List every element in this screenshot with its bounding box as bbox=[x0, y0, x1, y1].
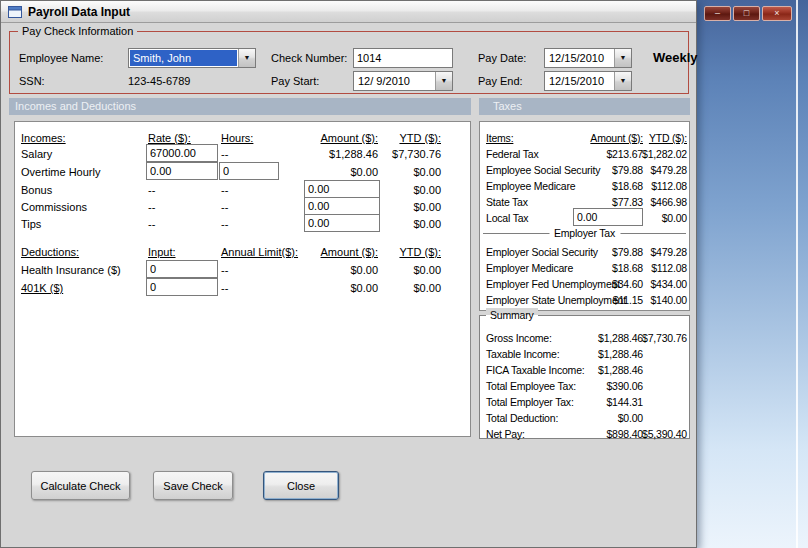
chevron-down-icon[interactable]: ▼ bbox=[614, 72, 631, 90]
overtime-hours-input[interactable] bbox=[219, 162, 279, 180]
check-number-input[interactable] bbox=[353, 48, 453, 68]
total-employee-tax-amount: $390.06 bbox=[606, 378, 643, 394]
row-label: Salary bbox=[21, 146, 52, 162]
pay-frequency-label: Weekly bbox=[653, 50, 698, 65]
local-tax-input[interactable] bbox=[573, 208, 643, 226]
table-row-tips: Tips -- -- $0.00 bbox=[15, 216, 470, 232]
summary-row-net-pay: Net Pay: $898.40 $5,390.40 bbox=[480, 426, 689, 442]
col-incomes: Incomes: bbox=[21, 130, 66, 146]
bonus-hours: -- bbox=[221, 182, 228, 198]
row-label: 401K ($) bbox=[21, 280, 63, 296]
summary-row-total-employee-tax: Total Employee Tax: $390.06 bbox=[480, 378, 689, 394]
local-tax-ytd: $0.00 bbox=[662, 210, 687, 226]
outer-close-button[interactable]: × bbox=[762, 6, 792, 21]
table-row-local-tax: Local Tax $0.00 bbox=[480, 210, 689, 226]
title-bar[interactable]: Payroll Data Input bbox=[1, 1, 696, 23]
table-row-employee-ss: Employee Social Security $79.88 $479.28 bbox=[480, 162, 689, 178]
table-row-employer-ss: Employer Social Security $79.88 $479.28 bbox=[480, 244, 689, 260]
col-input: Input: bbox=[148, 244, 176, 260]
table-row-overtime: Overtime Hourly $0.00 $0.00 bbox=[15, 164, 470, 180]
deductions-header-row: Deductions: Input: Annual Limit($): Amou… bbox=[15, 244, 470, 260]
calculate-check-button[interactable]: Calculate Check bbox=[31, 471, 130, 500]
col-ytd: YTD ($): bbox=[649, 130, 687, 146]
col-items: Items: bbox=[486, 130, 513, 146]
bonus-amount-input[interactable] bbox=[304, 180, 380, 198]
salary-amount: $1,288.46 bbox=[329, 146, 378, 162]
taxes-section-header: Taxes bbox=[479, 98, 690, 115]
row-label: FICA Taxable Income: bbox=[486, 362, 585, 378]
commissions-ytd: $0.00 bbox=[413, 199, 441, 215]
incomes-header-row: Incomes: Rate ($): Hours: Amount ($): YT… bbox=[15, 130, 470, 146]
row-label: Overtime Hourly bbox=[21, 164, 100, 180]
pay-end-label: Pay End: bbox=[478, 75, 523, 87]
row-label: Gross Income: bbox=[486, 330, 552, 346]
total-deduction-amount: $0.00 bbox=[618, 410, 643, 426]
payroll-window: Payroll Data Input Pay Check Information… bbox=[0, 0, 697, 548]
col-hours: Hours: bbox=[221, 130, 253, 146]
employee-medicare-amount: $18.68 bbox=[612, 178, 643, 194]
taxable-income-amount: $1,288.46 bbox=[598, 346, 643, 362]
row-label: Taxable Income: bbox=[486, 346, 559, 362]
pay-start-label: Pay Start: bbox=[271, 75, 319, 87]
summary-group: Summary Gross Income: $1,288.46 $7,730.7… bbox=[479, 315, 690, 439]
tips-amount-input[interactable] bbox=[304, 214, 380, 232]
total-employer-tax-amount: $144.31 bbox=[606, 394, 643, 410]
table-row-bonus: Bonus -- -- $0.00 bbox=[15, 182, 470, 198]
bonus-rate: -- bbox=[148, 182, 155, 198]
employee-name-value: Smith, John bbox=[130, 50, 237, 66]
state-tax-ytd: $466.98 bbox=[650, 194, 687, 210]
row-label: Employee Medicare bbox=[486, 178, 575, 194]
health-insurance-input[interactable] bbox=[146, 260, 218, 278]
table-row-employer-state-unemployment: Employer State Unemployment $11.15 $140.… bbox=[480, 292, 689, 308]
app-icon bbox=[8, 5, 22, 21]
table-row-health-insurance: Health Insurance ($) -- $0.00 $0.00 bbox=[15, 262, 470, 278]
table-row-salary: Salary -- $1,288.46 $7,730.76 bbox=[15, 146, 470, 162]
tips-ytd: $0.00 bbox=[413, 216, 441, 232]
commissions-amount-input[interactable] bbox=[304, 197, 380, 215]
pay-start-select[interactable]: 12/ 9/2010 ▼ bbox=[353, 71, 453, 91]
row-label: Employer Fed Unemployment bbox=[486, 276, 620, 292]
chevron-down-icon[interactable]: ▼ bbox=[614, 49, 631, 67]
outer-minimize-button[interactable]: – bbox=[704, 6, 731, 21]
chevron-down-icon[interactable]: ▼ bbox=[435, 72, 452, 90]
commissions-rate: -- bbox=[148, 199, 155, 215]
tips-rate: -- bbox=[148, 216, 155, 232]
outer-maximize-button[interactable]: □ bbox=[733, 6, 760, 21]
employee-ss-amount: $79.88 bbox=[612, 162, 643, 178]
401k-input[interactable] bbox=[146, 278, 218, 296]
summary-row-gross: Gross Income: $1,288.46 $7,730.76 bbox=[480, 330, 689, 346]
health-insurance-amount: $0.00 bbox=[350, 262, 378, 278]
employer-ss-amount: $79.88 bbox=[612, 244, 643, 260]
employee-name-select[interactable]: Smith, John ▼ bbox=[128, 48, 256, 68]
ssn-value: 123-45-6789 bbox=[128, 75, 190, 87]
federal-tax-amount: $213.67 bbox=[606, 146, 643, 162]
gross-income-ytd: $7,730.76 bbox=[642, 330, 687, 346]
table-row-employer-medicare: Employer Medicare $18.68 $112.08 bbox=[480, 260, 689, 276]
overtime-rate-input[interactable] bbox=[146, 162, 218, 180]
summary-row-taxable: Taxable Income: $1,288.46 bbox=[480, 346, 689, 362]
overtime-amount: $0.00 bbox=[350, 164, 378, 180]
row-label: Employer State Unemployment bbox=[486, 292, 626, 308]
col-amount: Amount ($): bbox=[590, 130, 643, 146]
save-check-button[interactable]: Save Check bbox=[153, 471, 233, 500]
window-title: Payroll Data Input bbox=[28, 5, 130, 19]
tips-hours: -- bbox=[221, 216, 228, 232]
pay-end-value: 12/15/2010 bbox=[546, 73, 613, 89]
close-button[interactable]: Close bbox=[263, 471, 339, 500]
salary-hours: -- bbox=[221, 146, 228, 162]
chevron-down-icon[interactable]: ▼ bbox=[238, 49, 255, 67]
salary-rate-input[interactable] bbox=[146, 144, 218, 162]
col-amount: Amount ($): bbox=[321, 130, 378, 146]
row-label: Local Tax bbox=[486, 210, 528, 226]
row-label: Total Employer Tax: bbox=[486, 394, 574, 410]
employee-name-label: Employee Name: bbox=[19, 52, 103, 64]
table-row-commissions: Commissions -- -- $0.00 bbox=[15, 199, 470, 215]
pay-date-select[interactable]: 12/15/2010 ▼ bbox=[544, 48, 632, 68]
col-ytd: YTD ($): bbox=[399, 130, 441, 146]
pay-start-value: 12/ 9/2010 bbox=[355, 73, 434, 89]
row-label: Employee Social Security bbox=[486, 162, 600, 178]
pay-end-select[interactable]: 12/15/2010 ▼ bbox=[544, 71, 632, 91]
gross-income-amount: $1,288.46 bbox=[598, 330, 643, 346]
row-label: Federal Tax bbox=[486, 146, 538, 162]
net-pay-amount: $898.40 bbox=[606, 426, 643, 442]
